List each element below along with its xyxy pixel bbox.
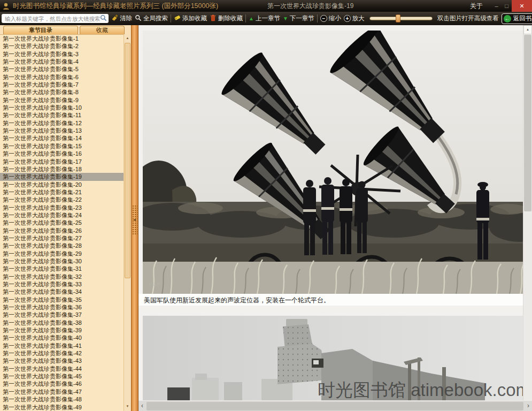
- chapter-item[interactable]: 第一次世界大战珍贵影像集-18: [0, 165, 124, 173]
- chapter-item[interactable]: 第一次世界大战珍贵影像集-16: [0, 150, 124, 157]
- chapter-item[interactable]: 第一次世界大战珍贵影像集-21: [0, 188, 124, 196]
- global-search-button[interactable]: 全局搜索: [135, 14, 168, 22]
- chapter-item[interactable]: 第一次世界大战珍贵影像集-4: [0, 58, 124, 65]
- search-input[interactable]: [5, 16, 100, 22]
- window-controls: 关于 – □ ✕: [470, 0, 532, 12]
- search-box[interactable]: [2, 14, 109, 23]
- chapter-item[interactable]: 第一次世界大战珍贵影像集-14: [0, 134, 124, 142]
- scroll-right-icon[interactable]: ›: [525, 401, 532, 411]
- scroll-down-icon[interactable]: ▼: [124, 403, 131, 410]
- chapter-item[interactable]: 第一次世界大战珍贵影像集-11: [0, 111, 124, 119]
- chapter-item[interactable]: 第一次世界大战珍贵影像集-22: [0, 196, 124, 203]
- minus-circle-icon: −: [320, 15, 327, 22]
- chapter-item[interactable]: 第一次世界大战珍贵影像集-35: [0, 296, 124, 303]
- photo-armored-vehicle[interactable]: 时光图书馆 atimebook.com: [143, 316, 531, 400]
- chapter-item[interactable]: 第一次世界大战珍贵影像集-17: [0, 158, 124, 165]
- chapter-item[interactable]: 第一次世界大战珍贵影像集-20: [0, 181, 124, 188]
- content-vertical-scrollbar[interactable]: ▲: [523, 25, 532, 400]
- chapter-item[interactable]: 第一次世界大战珍贵影像集-2: [0, 42, 124, 50]
- chapter-item[interactable]: 第一次世界大战珍贵影像集-7: [0, 81, 124, 88]
- chapter-item[interactable]: 第一次世界大战珍贵影像集-45: [0, 372, 124, 380]
- back-to-shelf-button[interactable]: ← 返回书架: [502, 13, 532, 24]
- chapter-item[interactable]: 第一次世界大战珍贵影像集-1: [0, 35, 124, 42]
- chapter-item[interactable]: 第一次世界大战珍贵影像集-43: [0, 357, 124, 364]
- remove-favorite-button[interactable]: 删除收藏: [210, 14, 243, 22]
- search-icon[interactable]: [100, 14, 107, 24]
- chapter-item[interactable]: 第一次世界大战珍贵影像集-38: [0, 319, 124, 326]
- chapter-item[interactable]: 第一次世界大战珍贵影像集-49: [0, 404, 124, 411]
- bookmark-tag-icon: [174, 14, 181, 22]
- document-title: 第一次世界大战珍贵影像集-19: [267, 2, 353, 11]
- chapter-item[interactable]: 第一次世界大战珍贵影像集-24: [0, 211, 124, 219]
- chapter-item[interactable]: 第一次世界大战珍贵影像集-15: [0, 142, 124, 150]
- chapter-item[interactable]: 第一次世界大战珍贵影像集-12: [0, 119, 124, 127]
- sidebar-scrollbar[interactable]: ▲ ▼: [124, 34, 131, 411]
- chapter-item[interactable]: 第一次世界大战珍贵影像集-36: [0, 303, 124, 311]
- chapter-item[interactable]: 第一次世界大战珍贵影像集-25: [0, 219, 124, 226]
- chapter-item[interactable]: 第一次世界大战珍贵影像集-9: [0, 96, 124, 104]
- chapter-item[interactable]: 第一次世界大战珍贵影像集-39: [0, 326, 124, 334]
- chapter-item[interactable]: 第一次世界大战珍贵影像集-19: [0, 173, 124, 180]
- chapter-item[interactable]: 第一次世界大战珍贵影像集-8: [0, 88, 124, 96]
- chapter-item[interactable]: 第一次世界大战珍贵影像集-6: [0, 73, 124, 81]
- prev-chapter-button[interactable]: ▲ 上一章节: [249, 14, 280, 22]
- svg-text:3319: 3319: [148, 280, 160, 287]
- toolbar-separator: [171, 14, 171, 22]
- chapter-item[interactable]: 第一次世界大战珍贵影像集-5: [0, 65, 124, 73]
- double-click-hint: 双击图片打开高级查看: [437, 14, 499, 22]
- tab-favorites[interactable]: 收藏: [80, 26, 125, 34]
- chapter-item[interactable]: 第一次世界大战珍贵影像集-41: [0, 342, 124, 349]
- scroll-up-icon[interactable]: ▲: [523, 25, 532, 34]
- chapter-item[interactable]: 第一次世界大战珍贵影像集-32: [0, 273, 124, 280]
- chapter-item[interactable]: 第一次世界大战珍贵影像集-33: [0, 280, 124, 288]
- chapter-item[interactable]: 第一次世界大战珍贵影像集-30: [0, 257, 124, 265]
- chapter-item[interactable]: 第一次世界大战珍贵影像集-29: [0, 250, 124, 257]
- splitter-handle[interactable]: ◄: [131, 25, 138, 411]
- sidebar-scrollbar-thumb[interactable]: [125, 43, 130, 278]
- chapter-item[interactable]: 第一次世界大战珍贵影像集-34: [0, 288, 124, 295]
- chapter-item[interactable]: 第一次世界大战珍贵影像集-13: [0, 127, 124, 134]
- horizontal-scrollbar-thumb[interactable]: [147, 402, 523, 410]
- vertical-scrollbar-thumb[interactable]: [524, 35, 531, 211]
- next-chapter-button[interactable]: ▼ 下一章节: [283, 14, 314, 22]
- add-favorite-button[interactable]: 添加收藏: [174, 14, 207, 22]
- scroll-up-icon[interactable]: ▲: [124, 35, 131, 42]
- chapter-item[interactable]: 第一次世界大战珍贵影像集-10: [0, 104, 124, 111]
- content-horizontal-scrollbar[interactable]: ‹ ›: [138, 400, 532, 411]
- chapter-item[interactable]: 第一次世界大战珍贵影像集-28: [0, 242, 124, 249]
- window-title: 时光图书馆经典珍藏系列—经典珍藏老照片系列三 (国外部分15000张): [13, 2, 218, 11]
- zoom-out-button[interactable]: − 缩小: [320, 14, 341, 22]
- chapter-item[interactable]: 第一次世界大战珍贵影像集-42: [0, 349, 124, 357]
- about-button[interactable]: 关于: [470, 2, 483, 11]
- collapse-left-icon: ◄: [133, 218, 136, 222]
- maximize-button[interactable]: □: [502, 0, 512, 12]
- chapter-item[interactable]: 第一次世界大战珍贵影像集-47: [0, 388, 124, 395]
- close-button[interactable]: ✕: [512, 0, 532, 12]
- tab-chapter-directory[interactable]: 章节目录: [3, 26, 78, 34]
- chapter-item[interactable]: 第一次世界大战珍贵影像集-40: [0, 334, 124, 341]
- sidebar-tabs: 章节目录 收藏: [0, 25, 131, 34]
- toolbar: 清除 全局搜索 添加收藏 删除收藏 ▲ 上一章节 ▼ 下一: [0, 12, 532, 25]
- app-window: 时光图书馆经典珍藏系列—经典珍藏老照片系列三 (国外部分15000张) 第一次世…: [0, 0, 532, 411]
- magnifier-icon: [135, 14, 142, 22]
- scroll-left-icon[interactable]: ‹: [138, 401, 146, 411]
- titlebar[interactable]: 时光图书馆经典珍藏系列—经典珍藏老照片系列三 (国外部分15000张) 第一次世…: [0, 0, 532, 12]
- zoom-in-button[interactable]: + 放大: [344, 14, 365, 22]
- zoom-slider-thumb[interactable]: [396, 14, 400, 22]
- chapter-item[interactable]: 第一次世界大战珍贵影像集-23: [0, 204, 124, 211]
- chapter-item[interactable]: 第一次世界大战珍贵影像集-27: [0, 234, 124, 242]
- chapter-item[interactable]: 第一次世界大战珍贵影像集-48: [0, 395, 124, 403]
- toolbar-separator: [245, 14, 246, 22]
- minimize-button[interactable]: –: [491, 0, 502, 12]
- chapter-item[interactable]: 第一次世界大战珍贵影像集-3: [0, 50, 124, 58]
- photo-acoustic-locator[interactable]: 3319: [143, 31, 531, 294]
- clear-button[interactable]: 清除: [111, 14, 132, 22]
- content-area: 3319 美国军队使用新近发展起来的声波定位器，安装在一个轮式平台。: [138, 25, 532, 411]
- chapter-item[interactable]: 第一次世界大战珍贵影像集-37: [0, 311, 124, 318]
- chapter-item[interactable]: 第一次世界大战珍贵影像集-46: [0, 380, 124, 387]
- chapter-item[interactable]: 第一次世界大战珍贵影像集-31: [0, 265, 124, 272]
- zoom-slider[interactable]: [369, 17, 433, 20]
- chapter-item[interactable]: 第一次世界大战珍贵影像集-26: [0, 227, 124, 234]
- chapter-item[interactable]: 第一次世界大战珍贵影像集-44: [0, 365, 124, 372]
- sidebar: 章节目录 收藏 第一次世界大战珍贵影像集-1第一次世界大战珍贵影像集-2第一次世…: [0, 25, 131, 411]
